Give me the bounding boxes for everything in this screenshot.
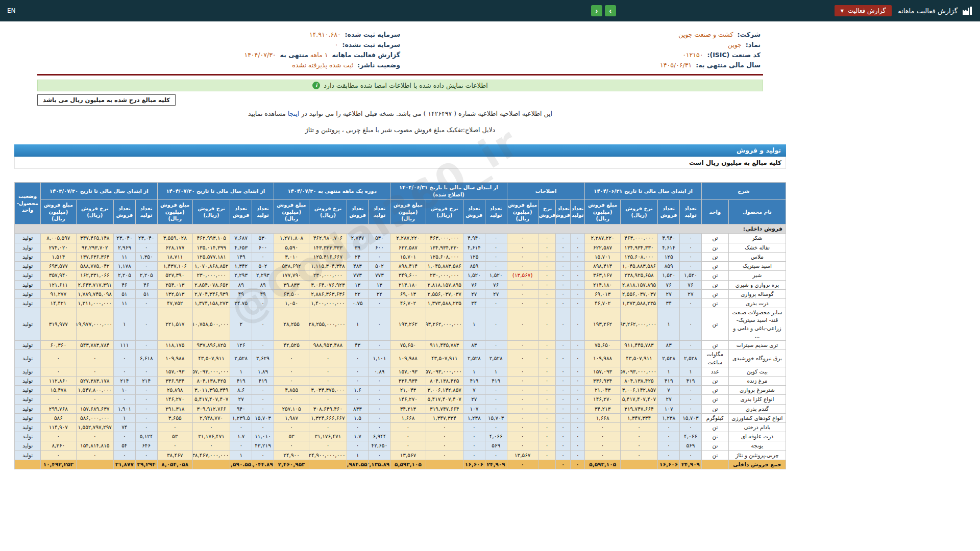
- table-cell: ۳۱۹,۹۷۷: [41, 308, 76, 341]
- table-cell: ۸.۶: [230, 386, 252, 395]
- table-cell: ۰: [390, 432, 426, 441]
- status-cell: [15, 460, 41, 469]
- table-cell: ۰: [570, 350, 585, 367]
- table-cell: ۱۴۶,۲۷۰: [157, 395, 192, 404]
- table-cell: ۶۲۲,۵۸۷: [390, 243, 426, 252]
- table-cell: ۲۳۰,۰۰۰,۰۰۰: [309, 271, 347, 280]
- table-cell: ۰: [135, 243, 157, 252]
- status-cell: تولید: [15, 350, 41, 367]
- table-cell: ۲,۲۸۷,۲۲۰: [585, 234, 620, 243]
- table-cell: ۳۱,۱۷۶,۴۷۱: [192, 432, 230, 441]
- prev-report-button[interactable]: ‹: [591, 5, 602, 16]
- table-cell: ۵۲۷,۳۹۰: [157, 271, 192, 280]
- table-cell: ۳,۵۵۹,۰۲۸: [157, 234, 192, 243]
- table-cell: ۴۶۳,۰۰۰,۰۰۰: [620, 234, 657, 243]
- language-toggle[interactable]: EN: [7, 7, 16, 14]
- product-name-cell: انواع کلزا بذری: [728, 395, 786, 404]
- info-label: سال مالی منتهی به:: [696, 61, 761, 69]
- table-cell: ۰: [463, 441, 485, 450]
- table-cell: ۰: [585, 423, 620, 432]
- table-cell: ۵۳,۱۳۵.۸۹: [369, 460, 390, 469]
- table-cell: ۲,۲۸۷,۲۲۰: [390, 234, 426, 243]
- status-cell: تولید: [15, 395, 41, 404]
- product-name-cell: گوساله پرواری: [728, 289, 786, 298]
- table-cell: ۰: [369, 413, 390, 422]
- table-cell: ۰: [369, 386, 390, 395]
- table-cell: ۲,۵۲۸: [230, 350, 252, 367]
- table-cell: ۳۴,۲۱۳: [390, 404, 426, 413]
- previous-version-link[interactable]: اینجا: [288, 110, 300, 117]
- table-cell: ۲۹۱,۳۱۸: [157, 404, 192, 413]
- table-cell: ۰: [680, 252, 702, 261]
- table-cell: ۰: [309, 350, 347, 367]
- table-cell: ۳۴: [463, 298, 485, 308]
- table-cell: ۰: [538, 289, 556, 298]
- table-cell: ۱,۴۳۷,۱۰۶: [157, 262, 192, 271]
- table-cell: ۱,۵۴۷,۸۰۰,۰۰۰: [76, 386, 113, 395]
- table-cell: ۴۹: [230, 289, 252, 298]
- column-header-product: نام محصول: [728, 200, 786, 224]
- table-cell: ۱,۹۰۱: [113, 404, 135, 413]
- company-info-right: شرکت: کشت و صنعت جوین نماد: جوین کد صنعت…: [400, 29, 761, 71]
- table-cell: ۱,۵۲۰: [658, 271, 680, 280]
- signature-match-banner: اطلاعات نمایش داده شده با اطلاعات امضا ش…: [37, 80, 763, 91]
- table-cell: ۲۷: [463, 395, 485, 404]
- table-cell: ۵۲۷,۳۸۳,۱۷۸: [76, 376, 113, 385]
- table-cell: ۴۲,۵۲۵: [274, 341, 309, 350]
- table-cell: ۰: [538, 441, 556, 450]
- table-cell: ۲۳۰,۰۰۰,۰۰۰: [192, 271, 230, 280]
- table-cell: ۲۴,۹۰۰,۰۰۰,۰۰۰: [309, 450, 347, 460]
- table-cell: ۰: [570, 252, 585, 261]
- table-cell: ۱,۳۴۷,۳۳۴: [620, 413, 657, 422]
- column-header: تعداد تولید: [485, 200, 507, 224]
- column-header-status: وضعیت محصول- واحد: [15, 183, 41, 224]
- status-cell: تولید: [15, 423, 41, 432]
- table-cell: ۰: [426, 441, 463, 450]
- status-cell: تولید: [15, 413, 41, 422]
- table-row: ملاستن۰۱۲۵۱۲۵,۶۰۸,۰۰۰۱۵,۷۰۱۰۰۰۰۰۱۲۵۱۲۵,۶…: [15, 252, 786, 261]
- column-header-sharh: شرح: [701, 183, 786, 200]
- table-cell: ۱۸,۷۱۱: [157, 252, 192, 261]
- table-row: شیرتن۱,۵۲۰۱,۵۲۰۲۳۸,۹۲۵,۶۵۸۳۶۳,۱۶۷۰۰۰(۱۳,…: [15, 271, 786, 280]
- report-type-dropdown[interactable]: گزارش فعالیت ▼: [835, 5, 892, 16]
- table-cell: ۱,۳۴۲: [230, 262, 252, 271]
- table-cell: ۰: [347, 376, 369, 385]
- table-cell: ۱,۶۶۸: [390, 413, 426, 422]
- table-cell: ۱۴۹: [230, 252, 252, 261]
- table-cell: ۱۳۴,۹۳۴,۳۳۰: [426, 243, 463, 252]
- table-cell: ۰: [485, 404, 507, 413]
- table-cell: ۰: [570, 308, 585, 341]
- table-cell: ۲۴: [347, 252, 369, 261]
- table-cell: ۳۶۳,۱۶۷: [585, 271, 620, 280]
- table-row: انواع کودهای کشاورزیکیلوگرم۱۵,۷۰۳۱,۲۳۸۱,…: [15, 413, 786, 422]
- table-cell: ۳۱,۸۷۷: [113, 460, 135, 469]
- table-cell: ۵۱: [135, 289, 157, 298]
- table-cell: ۲,۵۲۸: [463, 350, 485, 367]
- table-cell: ۴۱۹: [485, 376, 507, 385]
- table-cell: ۹۸۸,۹۵۳,۴۸۸: [309, 341, 347, 350]
- info-icon: i: [312, 82, 320, 89]
- table-cell: ۰: [556, 450, 571, 460]
- unit-cell: تن: [701, 308, 728, 341]
- table-cell: ۲,۸۱۸,۱۵۷,۸۹۵: [426, 280, 463, 289]
- table-cell: ۰.۷۵: [347, 298, 369, 308]
- table-cell: ۰: [309, 423, 347, 432]
- table-cell: ۰: [680, 298, 702, 308]
- unit-cell: تن: [701, 243, 728, 252]
- unit-cell: تن: [701, 280, 728, 289]
- unit-cell: تن: [701, 450, 728, 460]
- table-cell: ۷: [658, 386, 680, 395]
- table-cell: ۰: [192, 441, 230, 450]
- table-cell: ۰: [252, 386, 274, 395]
- table-cell: ۰: [620, 441, 657, 450]
- table-cell: ۰: [135, 262, 157, 271]
- table-cell: ۰: [485, 341, 507, 350]
- table-cell: ۰: [41, 432, 76, 441]
- table-cell: ۰: [463, 450, 485, 460]
- product-name-cell: شکر: [728, 234, 786, 243]
- column-header: مبلغ فروش (میلیون ریال): [41, 200, 76, 224]
- table-cell: ۲,۲۹۳: [230, 271, 252, 280]
- table-cell: ۸۹۸,۴۱۴: [390, 262, 426, 271]
- next-report-button[interactable]: ›: [605, 5, 616, 16]
- table-cell: ۰: [274, 367, 309, 376]
